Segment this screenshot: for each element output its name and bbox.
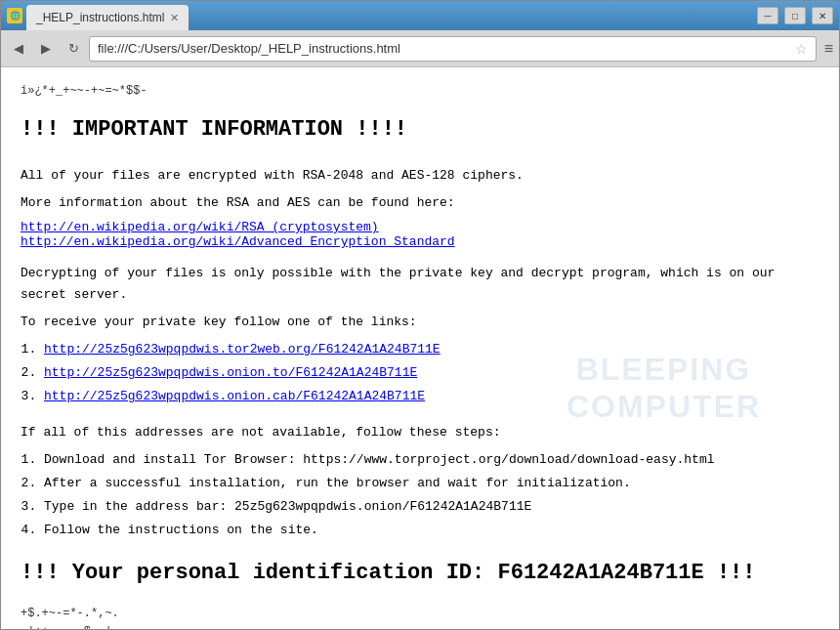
onion-link-3[interactable]: http://25z5g623wpqpdwis.onion.cab/F61242…: [44, 389, 425, 403]
address-bar[interactable]: file:///C:/Users/User/Desktop/_HELP_inst…: [89, 36, 817, 62]
bookmark-star-icon[interactable]: ☆: [795, 41, 808, 57]
list-item: Follow the instructions on the site.: [44, 520, 819, 541]
section-encryption-info: All of your files are encrypted with RSA…: [21, 165, 819, 249]
close-button[interactable]: ✕: [812, 7, 833, 24]
reload-button[interactable]: ↻: [62, 37, 85, 61]
section-decrypt-info: Decrypting of your files is only possibl…: [21, 263, 819, 408]
address-text: file:///C:/Users/User/Desktop/_HELP_inst…: [98, 41, 400, 56]
onion-link-2[interactable]: http://25z5g623wpqpdwis.onion.to/F61242A…: [44, 365, 417, 380]
encryption-info-line1: All of your files are encrypted with RSA…: [21, 165, 819, 187]
list-item: After a successful installation, run the…: [44, 473, 819, 494]
list-item: http://25z5g623wpqpdwis.tor2web.org/F612…: [44, 339, 819, 360]
menu-button[interactable]: ≡: [824, 40, 833, 58]
list-item: Download and install Tor Browser: https:…: [44, 449, 819, 471]
decorative-bottom: +$.+~-=*-.*,~. =|++~--~=$_-|_ _=$.._: [21, 605, 819, 629]
list-item: http://25z5g623wpqpdwis.onion.cab/F61242…: [44, 386, 819, 407]
page-content: BLEEPING COMPUTER i»¿*+_+~~-+~=~*$$- !!!…: [1, 67, 839, 629]
onion-links-list: http://25z5g623wpqpdwis.tor2web.org/F612…: [44, 339, 819, 407]
tab-close-button[interactable]: ✕: [170, 12, 179, 24]
encryption-info-line2: More information about the RSA and AES c…: [21, 192, 819, 214]
browser-icon: 🌐: [7, 8, 22, 23]
browser-tab[interactable]: _HELP_instructions.html ✕: [26, 5, 189, 30]
decorative-bottom-1: +$.+~-=*-.*,~.: [21, 605, 819, 623]
list-item: Type in the address bar: 25z5g623wpqpdwi…: [44, 496, 819, 518]
important-header: !!! IMPORTANT INFORMATION !!!!: [21, 117, 819, 142]
steps-intro: If all of this addresses are not availab…: [21, 422, 819, 443]
steps-list: Download and install Tor Browser: https:…: [44, 449, 819, 541]
onion-link-1[interactable]: http://25z5g623wpqpdwis.tor2web.org/F612…: [44, 342, 441, 357]
decrypt-info-line2: To receive your private key follow one o…: [21, 312, 819, 333]
back-button[interactable]: ◀: [7, 37, 30, 61]
minimize-button[interactable]: ─: [757, 7, 778, 24]
maximize-button[interactable]: □: [784, 7, 806, 24]
titlebar: 🌐 _HELP_instructions.html ✕ ─ □ ✕: [1, 1, 839, 30]
navbar: ◀ ▶ ↻ file:///C:/Users/User/Desktop/_HEL…: [1, 30, 839, 67]
list-item: http://25z5g623wpqpdwis.onion.to/F61242A…: [44, 362, 819, 384]
link-aes[interactable]: http://en.wikipedia.org/wiki/Advanced_En…: [21, 234, 455, 249]
decorative-bottom-2: =|++~--~=$_-|_: [21, 623, 819, 629]
decrypt-info-line1: Decrypting of your files is only possibl…: [21, 263, 819, 306]
forward-button[interactable]: ▶: [34, 37, 58, 61]
decorative-top: i»¿*+_+~~-+~=~*$$-: [21, 83, 819, 100]
section-steps: If all of this addresses are not availab…: [21, 422, 819, 541]
personal-id: !!! Your personal identification ID: F61…: [21, 561, 819, 585]
link-rsa[interactable]: http://en.wikipedia.org/wiki/RSA_(crypto…: [21, 220, 379, 234]
tab-title: _HELP_instructions.html: [36, 11, 164, 24]
